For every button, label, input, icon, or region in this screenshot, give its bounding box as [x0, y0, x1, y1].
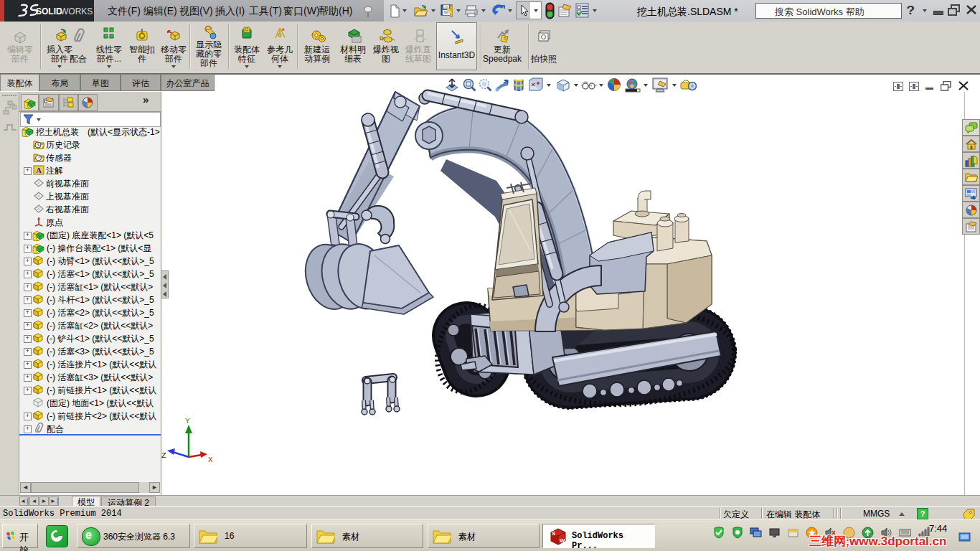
svg-text:Y: Y	[185, 417, 190, 425]
svg-text:SOLID: SOLID	[36, 6, 62, 17]
svg-text:Z: Z	[161, 451, 166, 460]
svg-text:X: X	[208, 456, 213, 464]
svg-text:W: W	[560, 537, 565, 544]
svg-text:A: A	[36, 166, 42, 174]
svg-text:S: S	[552, 530, 556, 537]
svg-text:WORKS: WORKS	[60, 6, 93, 17]
